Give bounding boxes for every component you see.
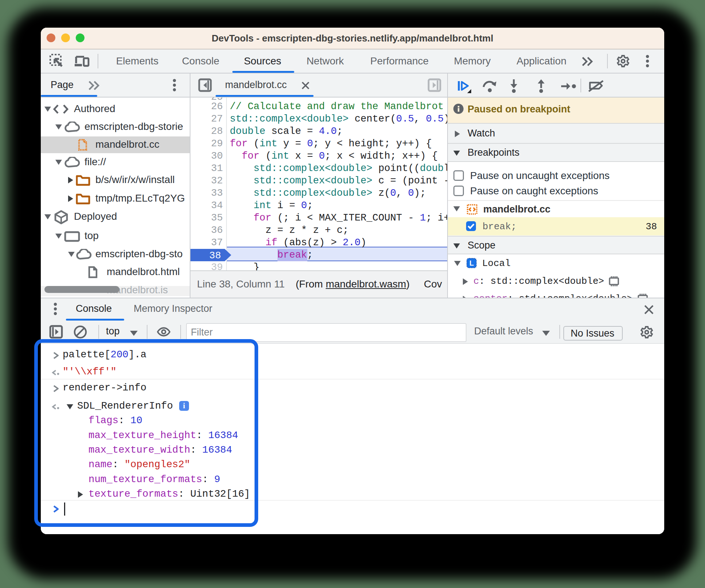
svg-text:38: 38 bbox=[209, 250, 221, 261]
svg-text:L: L bbox=[469, 259, 474, 267]
